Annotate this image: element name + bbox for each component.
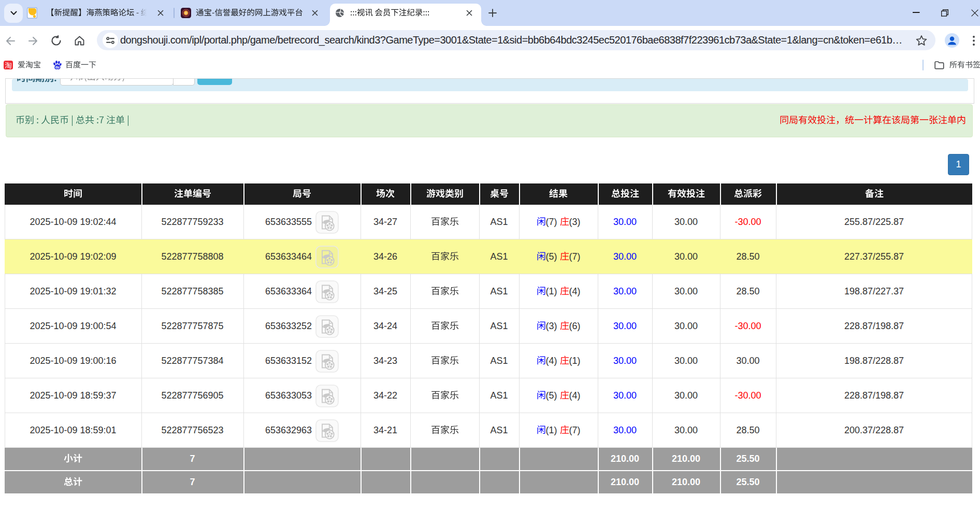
svg-text:du: du (55, 65, 60, 69)
